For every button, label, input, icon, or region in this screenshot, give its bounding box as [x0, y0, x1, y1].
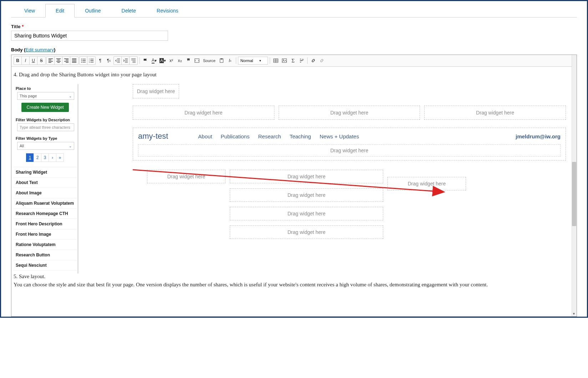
- place-to-select[interactable]: This page⌄: [17, 92, 74, 100]
- widget-item-about-image[interactable]: About Image: [14, 188, 77, 198]
- create-widget-button[interactable]: Create New Widget: [21, 103, 69, 112]
- tab-revisions[interactable]: Revisions: [146, 4, 189, 17]
- image-icon[interactable]: [280, 57, 288, 65]
- page-next[interactable]: ›: [49, 153, 56, 162]
- scrollbar-thumb[interactable]: [572, 162, 576, 226]
- remove-format-icon[interactable]: Ix: [226, 57, 234, 65]
- indent-icon[interactable]: [122, 57, 130, 65]
- widget-item-sequi[interactable]: Sequi Nesciunt: [14, 260, 77, 271]
- blockquote-indent-icon[interactable]: [130, 57, 137, 65]
- bg-color-icon[interactable]: A▾: [159, 57, 167, 65]
- nav-publications[interactable]: Publications: [221, 133, 250, 139]
- svg-rect-6: [195, 59, 199, 63]
- special-char-icon[interactable]: [298, 57, 305, 65]
- align-center-icon[interactable]: [55, 57, 62, 65]
- flag-icon[interactable]: [142, 57, 149, 65]
- align-left-icon[interactable]: [47, 57, 55, 65]
- nav-research[interactable]: Research: [258, 133, 281, 139]
- quote-icon[interactable]: ❞: [184, 57, 192, 65]
- svg-text:3: 3: [89, 61, 90, 63]
- nav-news[interactable]: News + Updates: [320, 133, 359, 139]
- sigma-icon[interactable]: Σ: [289, 57, 297, 65]
- editor-toolbar: B I U S 123 ¶ ¶‹ A▾ A▾ x² x₂ ❞ Source: [11, 55, 577, 67]
- underline-icon[interactable]: U: [30, 57, 37, 65]
- editor-scrollbar[interactable]: ▼: [572, 55, 577, 316]
- link-icon[interactable]: [309, 57, 317, 65]
- filter-desc-input[interactable]: Type atleast three characters: [17, 123, 74, 131]
- bold-icon[interactable]: B: [14, 57, 22, 65]
- subscript-icon[interactable]: x₂: [176, 57, 184, 65]
- dropzone-stack-4[interactable]: Drag widget here: [230, 225, 383, 239]
- widget-sidebar: Place to This page⌄ Create New Widget Fi…: [14, 84, 78, 274]
- widget-item-sharing[interactable]: Sharing Widget: [14, 167, 77, 178]
- tabs: View Edit Outline Delete Revisions: [11, 4, 577, 17]
- scroll-down-icon[interactable]: ▼: [572, 312, 576, 316]
- widget-item-front-hero-img[interactable]: Front Hero Image: [14, 229, 77, 240]
- dropzone-row-1[interactable]: Drag widget here: [133, 106, 274, 120]
- editor-body[interactable]: 4. Drag and drop the Sharing Buttons wid…: [11, 67, 577, 316]
- widget-item-aliquam[interactable]: Aliquam Ruaerat Voluptatem: [14, 198, 77, 209]
- numbered-list-icon[interactable]: 123: [87, 57, 95, 65]
- align-justify-icon[interactable]: [70, 57, 78, 65]
- widget-item-front-hero-desc[interactable]: Front Hero Description: [14, 219, 77, 229]
- page-2[interactable]: 2: [34, 153, 41, 162]
- svg-point-2: [81, 62, 82, 62]
- title-input[interactable]: [11, 31, 168, 41]
- body-label: Body (Edit summary): [11, 47, 577, 52]
- dropzone-stack-1[interactable]: Drag widget here: [230, 170, 383, 183]
- pagination: 1 2 3 › »: [14, 153, 77, 162]
- widget-item-ratione[interactable]: Ratione Voluptatem: [14, 240, 77, 250]
- tab-view[interactable]: View: [14, 4, 45, 17]
- dropzone-row-3[interactable]: Drag widget here: [424, 106, 566, 120]
- filter-type-select[interactable]: All⌄: [17, 142, 74, 150]
- dropzone-lower-right[interactable]: Drag widget here: [387, 177, 466, 190]
- svg-point-1: [81, 60, 82, 61]
- svg-point-0: [81, 59, 82, 60]
- table-icon[interactable]: [272, 57, 280, 65]
- place-to-label: Place to: [14, 84, 77, 91]
- source-icon[interactable]: [193, 57, 201, 65]
- navbar-widget[interactable]: amy-test About Publications Research Tea…: [133, 128, 566, 160]
- tab-outline[interactable]: Outline: [75, 4, 111, 17]
- dropzone-row-2[interactable]: Drag widget here: [279, 106, 420, 120]
- widget-item-research-btn[interactable]: Research Button: [14, 250, 77, 260]
- paste-icon[interactable]: [218, 57, 225, 65]
- filter-desc-label: Filter Widgets by Description: [14, 116, 77, 123]
- title-label: Title *: [11, 24, 577, 29]
- paragraph-ltr-icon[interactable]: ¶: [96, 57, 104, 65]
- step-5-text: 5. Save layout.: [14, 274, 573, 280]
- svg-point-11: [283, 60, 284, 61]
- navbar-brand: amy-test: [138, 132, 168, 141]
- edit-summary-link[interactable]: Edit summary: [25, 47, 54, 52]
- source-button[interactable]: Source: [202, 58, 217, 63]
- navbar-dropzone[interactable]: Drag widget here: [138, 144, 561, 157]
- strike-icon[interactable]: S: [37, 57, 45, 65]
- nav-email[interactable]: jmeldrum@iw.org: [516, 133, 561, 139]
- dropzone-top[interactable]: Drag widget here: [133, 84, 179, 98]
- tab-edit[interactable]: Edit: [45, 4, 75, 17]
- widget-item-about-text[interactable]: About Text: [14, 178, 77, 188]
- svg-point-12: [302, 59, 304, 61]
- nav-teaching[interactable]: Teaching: [290, 133, 311, 139]
- dropzone-stack-2[interactable]: Drag widget here: [230, 188, 383, 202]
- unlink-icon[interactable]: [318, 57, 326, 65]
- paragraph-rtl-icon[interactable]: ¶‹: [105, 57, 113, 65]
- nav-about[interactable]: About: [198, 133, 212, 139]
- align-right-icon[interactable]: [62, 57, 70, 65]
- format-select[interactable]: Normal▾: [238, 57, 268, 65]
- dropzone-stack-3[interactable]: Drag widget here: [230, 207, 383, 220]
- outdent-icon[interactable]: [114, 57, 122, 65]
- filter-type-label: Filter Widgets by Type: [14, 134, 77, 141]
- bullet-list-icon[interactable]: [80, 57, 87, 65]
- italic-icon[interactable]: I: [22, 57, 30, 65]
- page-3[interactable]: 3: [41, 153, 49, 162]
- widget-item-research-homepage[interactable]: Research Homepage CTH: [14, 209, 77, 219]
- description-paragraph: You can choose the style and size that b…: [14, 281, 573, 288]
- page-1[interactable]: 1: [26, 153, 34, 162]
- tab-delete[interactable]: Delete: [111, 4, 146, 17]
- page-last[interactable]: »: [56, 153, 64, 162]
- superscript-icon[interactable]: x²: [167, 57, 175, 65]
- step-4-text: 4. Drag and drop the Sharing Buttons wid…: [14, 72, 573, 78]
- dropzone-lower-left[interactable]: Drag widget here: [147, 170, 225, 183]
- text-color-icon[interactable]: A▾: [150, 57, 158, 65]
